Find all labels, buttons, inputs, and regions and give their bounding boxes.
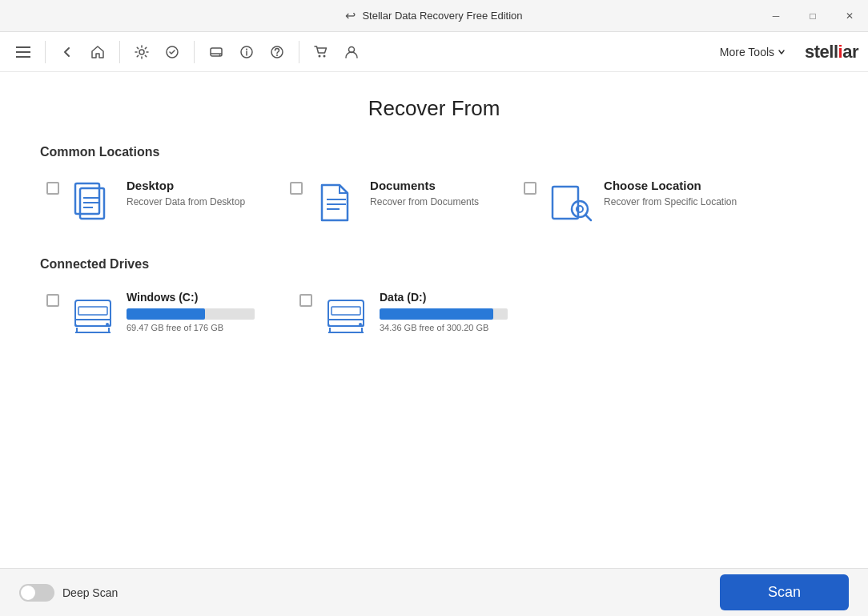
svg-point-33 bbox=[106, 323, 109, 326]
maximize-button[interactable]: □ bbox=[794, 0, 831, 32]
common-locations-title: Common Locations bbox=[40, 145, 828, 159]
common-locations-section: Common Locations Desktop Recover Data bbox=[40, 145, 828, 233]
svg-line-25 bbox=[585, 215, 591, 220]
desktop-location-item[interactable]: Desktop Recover Data from Desktop bbox=[40, 172, 251, 233]
windows-drive-checkbox[interactable] bbox=[46, 294, 59, 307]
settings-button[interactable] bbox=[128, 38, 155, 66]
svg-rect-39 bbox=[332, 307, 360, 315]
svg-point-11 bbox=[276, 54, 278, 56]
desktop-checkbox[interactable] bbox=[46, 182, 59, 195]
svg-point-9 bbox=[246, 48, 247, 50]
desktop-desc: Recover Data from Desktop bbox=[127, 195, 245, 209]
toolbar: More Tools stelliar bbox=[0, 32, 868, 72]
svg-point-3 bbox=[139, 50, 144, 54]
data-drive-bar-container bbox=[380, 308, 508, 320]
title-bar-controls: ─ □ ✕ bbox=[757, 0, 868, 32]
drive-icon bbox=[209, 45, 223, 59]
back-button[interactable] bbox=[54, 38, 81, 66]
windows-drive-bar-fill bbox=[127, 308, 205, 320]
svg-rect-35 bbox=[328, 320, 364, 326]
windows-drive-item[interactable]: Windows (C:) 69.47 GB free of 176 GB bbox=[40, 284, 261, 345]
drive-button[interactable] bbox=[203, 38, 230, 66]
main-content: Recover From Common Locations Deskto bbox=[0, 72, 868, 568]
data-drive-name: Data (D:) bbox=[380, 291, 508, 304]
documents-icon bbox=[312, 179, 360, 227]
settings-icon bbox=[135, 45, 149, 59]
data-drive-checkbox[interactable] bbox=[299, 294, 312, 307]
windows-drive-free: 69.47 GB free of 176 GB bbox=[127, 323, 255, 332]
deep-scan-toggle: Deep Scan bbox=[19, 584, 118, 602]
documents-name: Documents bbox=[370, 179, 479, 192]
back-icon: ↩ bbox=[345, 8, 356, 23]
home-button[interactable] bbox=[84, 38, 111, 66]
more-tools-label: More Tools bbox=[720, 46, 774, 58]
cart-button[interactable] bbox=[307, 38, 335, 66]
desktop-icon bbox=[69, 179, 117, 227]
documents-text: Documents Recover from Documents bbox=[370, 179, 479, 209]
svg-rect-34 bbox=[328, 300, 364, 326]
app-title: Stellar Data Recovery Free Edition bbox=[362, 10, 522, 22]
data-drive-icon bbox=[322, 291, 370, 339]
info-button[interactable] bbox=[233, 38, 260, 66]
user-icon bbox=[344, 45, 359, 59]
title-bar: ↩ Stellar Data Recovery Free Edition ─ □… bbox=[0, 0, 868, 32]
svg-rect-27 bbox=[75, 300, 111, 326]
scan-button[interactable]: Scan bbox=[720, 574, 849, 610]
data-drive-free: 34.36 GB free of 300.20 GB bbox=[380, 323, 508, 332]
stellar-logo: stelliar bbox=[805, 42, 858, 62]
deep-scan-label: Deep Scan bbox=[62, 586, 118, 599]
documents-checkbox[interactable] bbox=[290, 182, 303, 195]
chevron-down-icon bbox=[778, 48, 786, 56]
drives-row: Windows (C:) 69.47 GB free of 176 GB bbox=[40, 284, 828, 345]
home-icon bbox=[90, 45, 105, 59]
desktop-name: Desktop bbox=[127, 179, 245, 192]
data-drive-text: Data (D:) 34.36 GB free of 300.20 GB bbox=[380, 291, 508, 332]
separator-2 bbox=[119, 41, 120, 63]
connected-drives-title: Connected Drives bbox=[40, 257, 828, 272]
svg-rect-32 bbox=[78, 307, 107, 315]
svg-point-40 bbox=[359, 323, 362, 326]
help-button[interactable] bbox=[263, 38, 291, 66]
desktop-text: Desktop Recover Data from Desktop bbox=[127, 179, 245, 209]
windows-drive-bar-container bbox=[127, 308, 255, 320]
page-title: Recover From bbox=[40, 96, 828, 121]
svg-rect-28 bbox=[75, 320, 111, 326]
toolbar-right: More Tools stelliar bbox=[713, 42, 858, 62]
connected-drives-section: Connected Drives Wind bbox=[40, 257, 828, 345]
menu-button[interactable] bbox=[10, 38, 37, 66]
choose-location-desc: Recover from Specific Location bbox=[604, 195, 737, 209]
user-button[interactable] bbox=[338, 38, 365, 66]
info-icon bbox=[239, 45, 254, 59]
separator-3 bbox=[194, 41, 195, 63]
help-icon bbox=[270, 45, 284, 59]
choose-location-text: Choose Location Recover from Specific Lo… bbox=[604, 179, 737, 209]
choose-location-name: Choose Location bbox=[604, 179, 737, 192]
back-icon bbox=[61, 46, 74, 58]
minimize-button[interactable]: ─ bbox=[757, 0, 794, 32]
svg-rect-0 bbox=[16, 46, 30, 48]
svg-rect-2 bbox=[16, 56, 30, 58]
svg-rect-1 bbox=[16, 51, 30, 53]
hamburger-icon bbox=[16, 46, 30, 58]
svg-point-12 bbox=[319, 54, 321, 57]
svg-point-6 bbox=[219, 54, 221, 56]
more-tools-button[interactable]: More Tools bbox=[713, 42, 792, 62]
documents-desc: Recover from Documents bbox=[370, 195, 479, 209]
deep-scan-switch[interactable] bbox=[19, 584, 54, 602]
title-bar-title: ↩ Stellar Data Recovery Free Edition bbox=[345, 8, 522, 23]
close-button[interactable]: ✕ bbox=[831, 0, 868, 32]
choose-location-icon bbox=[546, 179, 594, 227]
separator-1 bbox=[45, 41, 46, 63]
windows-drive-icon bbox=[69, 291, 117, 339]
recovery-button[interactable] bbox=[159, 38, 186, 66]
choose-location-checkbox[interactable] bbox=[524, 182, 536, 195]
toggle-knob bbox=[21, 586, 35, 600]
choose-location-item[interactable]: Choose Location Recover from Specific Lo… bbox=[517, 172, 743, 233]
recovery-icon bbox=[165, 45, 179, 59]
documents-location-item[interactable]: Documents Recover from Documents bbox=[283, 172, 485, 233]
cart-icon bbox=[314, 45, 328, 59]
locations-row: Desktop Recover Data from Desktop bbox=[40, 172, 828, 233]
data-drive-item[interactable]: Data (D:) 34.36 GB free of 300.20 GB bbox=[293, 284, 514, 345]
bottom-bar: Deep Scan Scan bbox=[0, 568, 868, 616]
windows-drive-text: Windows (C:) 69.47 GB free of 176 GB bbox=[127, 291, 255, 332]
